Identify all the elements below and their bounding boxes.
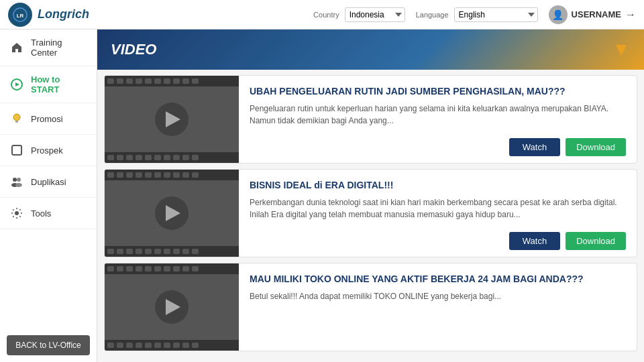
sidebar-item-tools[interactable]: Tools <box>0 198 97 229</box>
film-hole <box>192 266 199 272</box>
sidebar-label-duplikasi: Duplikasi <box>31 177 66 187</box>
sidebar-item-prospek[interactable]: Prospek <box>0 135 97 166</box>
film-hole <box>145 172 152 178</box>
film-hole <box>126 172 133 178</box>
play-button-3[interactable] <box>155 290 189 324</box>
download-button-1[interactable]: Download <box>566 138 626 156</box>
country-label: Country <box>313 11 339 19</box>
logo-icon: LR <box>8 3 32 27</box>
play-button-1[interactable] <box>155 103 189 136</box>
svg-point-8 <box>17 178 21 182</box>
film-hole <box>126 266 133 272</box>
film-strip-bottom-2 <box>105 246 239 257</box>
film-hole <box>117 249 123 254</box>
watch-button-2[interactable]: Watch <box>509 232 560 250</box>
video-thumbnail-3[interactable] <box>105 263 239 351</box>
film-hole <box>117 155 123 160</box>
card-title-2: BISNIS IDEAL di ERA DIGITAL!!! <box>250 179 626 191</box>
card-title-1: UBAH PENGELUARAN RUTIN JADI SUMBER PENGH… <box>250 85 626 97</box>
film-hole <box>145 78 152 84</box>
sidebar-label-promosi: Promosi <box>31 114 63 124</box>
film-hole <box>136 155 142 160</box>
card-description-1: Pengeluaran rutin untuk keperluan harian… <box>250 103 626 131</box>
svg-rect-6 <box>12 145 21 155</box>
film-hole <box>173 78 180 84</box>
sidebar-item-training-center[interactable]: Training Center <box>0 29 97 66</box>
play-triangle-icon-1 <box>166 111 180 127</box>
logo-area: LR Longrich <box>8 3 89 27</box>
card-content-1: UBAH PENGELUARAN RUTIN JADI SUMBER PENGH… <box>239 76 637 163</box>
film-strip-top-2 <box>105 170 239 180</box>
user-avatar-icon: 👤 <box>549 5 568 24</box>
film-hole <box>154 78 161 84</box>
film-hole <box>145 249 152 254</box>
film-hole <box>136 78 142 84</box>
film-hole <box>164 249 170 254</box>
sidebar-bottom: BACK to LV-Office <box>0 328 97 362</box>
film-hole <box>145 343 152 348</box>
card-content-2: BISNIS IDEAL di ERA DIGITAL!!! Perkemban… <box>239 170 637 257</box>
play-button-2[interactable] <box>155 196 189 230</box>
card-description-3: Betul sekali!!! Anda dapat memiliki TOKO… <box>250 290 626 344</box>
sidebar-label-howto-start: How to START <box>31 74 87 95</box>
square-icon <box>9 143 24 158</box>
sidebar-item-promosi[interactable]: Promosi <box>0 103 97 135</box>
back-to-lv-office-button[interactable]: BACK to LV-Office <box>7 335 90 355</box>
film-hole <box>136 249 142 254</box>
play-circle-icon <box>9 77 24 92</box>
download-button-2[interactable]: Download <box>566 232 626 250</box>
card-actions-1: Watch Download <box>250 138 626 156</box>
film-strip-bottom-3 <box>105 340 239 351</box>
sidebar-label-tools: Tools <box>31 208 51 219</box>
card-title-3: MAU MILIKI TOKO ONLINE YANG AKTIF BEKERJ… <box>250 273 626 285</box>
film-hole <box>126 343 133 348</box>
sidebar-item-duplikasi[interactable]: Duplikasi <box>0 166 97 198</box>
country-select-group: Country Indonesia Malaysia Singapore <box>313 7 405 22</box>
country-select[interactable]: Indonesia Malaysia Singapore <box>345 7 405 22</box>
film-hole <box>117 172 123 178</box>
play-triangle-icon-2 <box>166 205 180 221</box>
film-hole <box>107 343 114 348</box>
film-hole <box>117 343 123 348</box>
film-hole <box>173 266 180 272</box>
film-hole <box>173 155 180 160</box>
film-strip-bottom-1 <box>105 152 239 163</box>
video-thumbnail-2[interactable] <box>105 170 239 257</box>
bulb-icon <box>9 111 24 126</box>
film-hole <box>154 343 161 348</box>
film-hole <box>192 343 199 348</box>
film-hole <box>107 249 114 254</box>
sidebar: Training Center How to START Promosi <box>0 29 97 362</box>
username-label: USERNAME <box>572 9 621 19</box>
main-layout: Training Center How to START Promosi <box>0 29 644 362</box>
film-hole <box>192 155 199 160</box>
sidebar-item-howto-start[interactable]: How to START <box>0 66 97 103</box>
top-bar: LR Longrich Country Indonesia Malaysia S… <box>0 0 644 29</box>
film-hole <box>107 266 114 272</box>
video-thumbnail-1[interactable] <box>105 76 239 163</box>
film-hole <box>154 155 161 160</box>
film-hole <box>182 249 189 254</box>
film-hole <box>192 249 199 254</box>
film-hole <box>164 172 170 178</box>
language-select[interactable]: English Bahasa Indonesia Chinese <box>454 7 538 22</box>
svg-point-10 <box>15 183 22 187</box>
film-hole <box>136 172 142 178</box>
content-area: VIDEO ▼ <box>97 29 644 362</box>
language-select-group: Language English Bahasa Indonesia Chines… <box>416 7 538 22</box>
svg-point-7 <box>13 178 17 182</box>
logout-icon[interactable]: → <box>625 9 636 21</box>
header-arrow-icon: ▼ <box>612 39 631 60</box>
watch-button-1[interactable]: Watch <box>509 138 560 156</box>
top-controls: Country Indonesia Malaysia Singapore Lan… <box>313 5 636 24</box>
video-section-title: VIDEO <box>111 41 156 58</box>
film-hole <box>136 266 142 272</box>
film-hole <box>154 249 161 254</box>
film-hole <box>107 172 114 178</box>
video-card-3: MAU MILIKI TOKO ONLINE YANG AKTIF BEKERJ… <box>104 263 637 351</box>
svg-text:LR: LR <box>17 13 24 19</box>
film-hole <box>182 155 189 160</box>
film-hole <box>136 343 142 348</box>
user-area: 👤 USERNAME → <box>549 5 636 24</box>
language-label: Language <box>416 11 449 19</box>
